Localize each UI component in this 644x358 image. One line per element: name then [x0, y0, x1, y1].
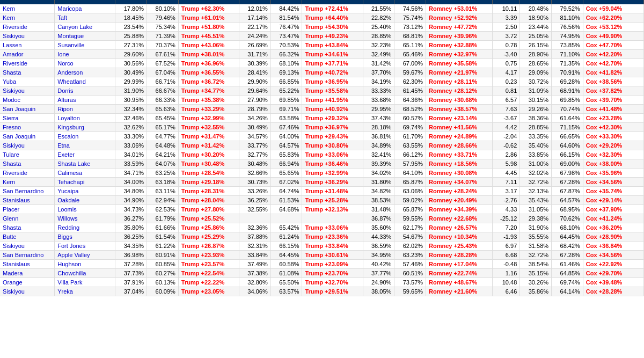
obama-pct: 34.89% — [363, 141, 394, 150]
location-link[interactable]: Willows — [57, 215, 77, 222]
location-link[interactable]: Dorris — [57, 87, 73, 94]
shift-16-20: 0.78 — [493, 41, 520, 50]
location-link[interactable]: Oakdale — [57, 197, 79, 203]
county-link[interactable]: Stanislaus — [3, 197, 30, 203]
county-link[interactable]: Shasta — [3, 224, 21, 231]
shift-16-20: 5.98 — [493, 159, 520, 169]
adv-2016: Trump +72.41% — [302, 4, 363, 13]
obama-pct: 36.81% — [363, 132, 394, 141]
location-link[interactable]: Ione — [57, 51, 69, 57]
adv-2016: Trump +32.13% — [302, 205, 363, 214]
location-link[interactable]: Yreka — [57, 288, 73, 295]
location-link[interactable]: Ripon — [57, 106, 73, 112]
county-link[interactable]: Tulare — [3, 151, 19, 158]
county-link[interactable]: Fresno — [3, 124, 21, 130]
county-link[interactable]: Siskiyou — [3, 33, 25, 39]
county-link[interactable]: Yuba — [3, 78, 16, 85]
location-link[interactable]: Anderson — [57, 69, 83, 76]
location-link[interactable]: Fort Jones — [57, 243, 85, 249]
county-link[interactable]: Stanislaus — [3, 261, 30, 267]
adv-2016: Trump +36.95% — [302, 77, 363, 86]
county-link[interactable]: Shasta — [3, 160, 21, 167]
romney-pct: 65.87% — [394, 178, 426, 187]
county-link[interactable]: San Joaquin — [3, 106, 35, 112]
county-link[interactable]: Madera — [3, 270, 23, 276]
county-link[interactable]: Modoc — [3, 97, 20, 103]
county-link[interactable]: Shasta — [3, 69, 21, 76]
cox-pct: 69.28% — [552, 77, 583, 86]
cox-pct: 69.74% — [552, 278, 583, 287]
location-link[interactable]: Escalon — [57, 133, 78, 140]
shift-16-20: 4.45 — [493, 169, 520, 178]
adv-2016: Trump +33.06% — [302, 150, 363, 159]
location-link[interactable]: Redding — [57, 224, 79, 231]
cox-pct: 66.65% — [552, 132, 583, 141]
adv-2012: Romney +32.97% — [426, 50, 493, 59]
trump16-pct: 60.58% — [270, 260, 302, 269]
county-link[interactable]: Placer — [3, 206, 19, 213]
location-link[interactable]: Etna — [57, 142, 70, 149]
county-link[interactable]: Glenn — [3, 215, 18, 222]
shift-16-20: 0.23 — [493, 77, 520, 86]
romney-pct: 59.02% — [394, 196, 426, 205]
romney-pct: 73.57% — [394, 278, 426, 287]
adv-2012: Romney +28.12% — [426, 86, 493, 96]
adv-2020: Trump +43.06% — [178, 41, 239, 50]
county-link[interactable]: Kern — [3, 179, 15, 185]
location-link[interactable]: Kingsburg — [57, 124, 84, 130]
cox-pct: 61.64% — [552, 114, 583, 123]
location-link[interactable]: Hughson — [57, 261, 81, 267]
clinton-pct: 29.64% — [239, 86, 270, 96]
county-link[interactable]: Riverside — [3, 24, 27, 30]
county-link[interactable]: Riverside — [3, 170, 27, 176]
county-link[interactable]: Orange — [3, 279, 23, 286]
header-cox — [552, 0, 583, 4]
trump-pct: 66.71% — [147, 77, 179, 86]
location-link[interactable]: Alturas — [57, 97, 76, 103]
trump16-pct: 64.57% — [270, 141, 302, 150]
newsom-pct: 18.90% — [520, 13, 552, 23]
county-link[interactable]: Siskiyou — [3, 288, 25, 295]
county-link[interactable]: Lassen — [3, 42, 21, 48]
trump-pct: 61.66% — [147, 223, 179, 232]
county-link[interactable]: Riverside — [3, 60, 27, 67]
table-row: KernTaft18.45%79.46%Trump +61.01%17.14%8… — [0, 13, 644, 23]
location-link[interactable]: Calimesa — [57, 170, 82, 176]
clinton-pct: 37.88% — [239, 232, 270, 242]
location-link[interactable]: Yucaipa — [57, 188, 78, 194]
county-link[interactable]: Siskiyou — [3, 142, 25, 149]
trump-pct: 60.09% — [147, 287, 179, 296]
adv-2012: Romney +28.24% — [426, 187, 493, 196]
location-link[interactable]: Taft — [57, 14, 67, 21]
location-link[interactable]: Loyalton — [57, 115, 80, 121]
county-link[interactable]: Butte — [3, 233, 17, 240]
location-link[interactable]: Susanville — [57, 42, 84, 48]
location-link[interactable]: Loomis — [57, 206, 76, 213]
location-link[interactable]: Wheatland — [57, 78, 86, 85]
location-link[interactable]: Villa Park — [57, 279, 82, 286]
location-link[interactable]: Apple Valley — [57, 252, 90, 258]
county-link[interactable]: Siskiyou — [3, 87, 25, 94]
county-link[interactable]: Amador — [3, 51, 24, 57]
location-link[interactable]: Canyon Lake — [57, 24, 92, 30]
table-row: ModocAlturas30.95%66.33%Trump +35.38%27.… — [0, 96, 644, 105]
county-link[interactable]: Sierra — [3, 115, 18, 121]
shift-16-20: -2.76 — [493, 196, 520, 205]
location-link[interactable]: Maricopa — [57, 5, 82, 12]
county-link[interactable]: Kern — [3, 14, 15, 21]
location-link[interactable]: Chowchilla — [57, 270, 86, 276]
adv-2016: Trump +41.95% — [302, 96, 363, 105]
location-link[interactable]: Norco — [57, 60, 73, 67]
county-link[interactable]: San Bernardino — [3, 188, 43, 194]
location-link[interactable]: Biggs — [57, 233, 72, 240]
county-link[interactable]: Kern — [3, 5, 15, 12]
county-link[interactable]: San Joaquin — [3, 133, 35, 140]
location-link[interactable]: Shasta Lake — [57, 160, 90, 167]
election-data-table: KernMaricopa17.80%80.10%Trump +62.30%12.… — [0, 0, 644, 296]
location-link[interactable]: Tehachapi — [57, 179, 84, 185]
location-link[interactable]: Montague — [57, 33, 84, 39]
table-row: ButteBiggs36.25%61.54%Trump +25.29%37.88… — [0, 232, 644, 242]
county-link[interactable]: San Bernardino — [3, 252, 43, 258]
county-link[interactable]: Siskiyou — [3, 243, 25, 249]
location-link[interactable]: Exeter — [57, 151, 75, 158]
